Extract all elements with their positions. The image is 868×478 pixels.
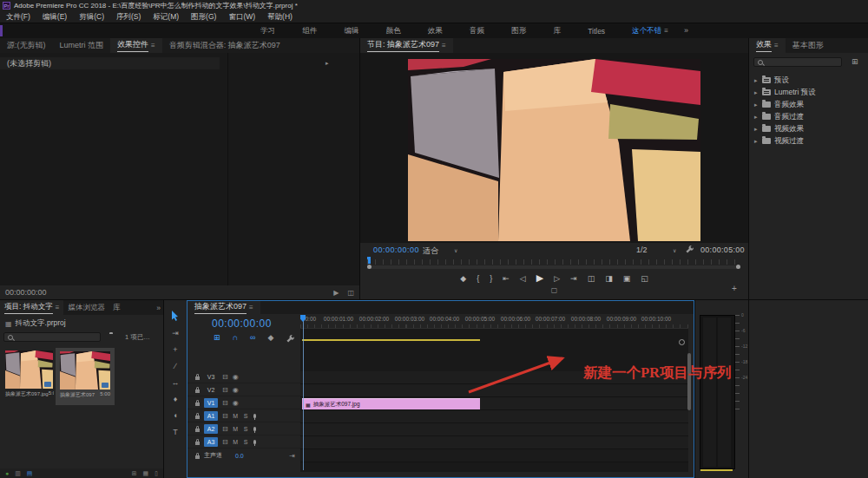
mute-button[interactable]: M — [233, 439, 239, 445]
resolution-dropdown[interactable]: 1/2 — [636, 246, 648, 254]
lock-icon[interactable] — [195, 455, 200, 459]
tab-effects[interactable]: 效果 ≡ — [749, 38, 786, 53]
workspace-overflow-button[interactable]: » — [684, 26, 688, 35]
project-search-input[interactable] — [3, 332, 101, 342]
workspace-tab-editing[interactable]: 编辑 — [344, 26, 358, 36]
lock-icon[interactable] — [195, 416, 200, 419]
track-master-lane[interactable] — [300, 449, 688, 462]
go-to-in-icon[interactable]: ⇤ — [503, 274, 510, 283]
source-assign-icon[interactable]: ⊟ — [222, 412, 228, 420]
lock-icon[interactable] — [195, 403, 200, 406]
solo-button[interactable]: S — [243, 439, 249, 445]
effects-bin-audio-effects[interactable]: ▸ 音频效果 — [749, 99, 868, 110]
track-header-v3[interactable]: V3 ⊟ ◉ — [187, 371, 300, 383]
mark-out-icon[interactable]: } — [490, 274, 492, 283]
chevron-right-icon[interactable]: ▸ — [754, 126, 759, 133]
chevron-down-icon[interactable]: ∨ — [673, 247, 676, 253]
source-assign-icon[interactable]: ⊟ — [222, 425, 228, 433]
workspace-tab-graphics[interactable]: 图形 — [511, 26, 526, 36]
extract-icon[interactable]: ◨ — [605, 274, 613, 283]
icon-view-icon[interactable]: ▤ — [27, 470, 33, 477]
workspace-tab-assembly[interactable]: 组件 — [302, 26, 317, 36]
workspace-tab-learn[interactable]: 学习 — [260, 26, 275, 36]
type-tool-icon[interactable]: T — [173, 428, 178, 436]
track-header-v2[interactable]: V2 ⊟ ◉ — [187, 384, 300, 396]
effects-bin-video-effects[interactable]: ▸ 视频效果 — [749, 123, 868, 134]
track-a2-lane[interactable] — [300, 423, 688, 436]
tab-media-browser[interactable]: 媒体浏览器 — [63, 300, 109, 315]
track-badge[interactable]: A2 — [204, 424, 218, 434]
play-around-icon[interactable]: ▶ — [333, 289, 339, 297]
settings-wrench-icon[interactable] — [685, 245, 694, 254]
pen-tool-icon[interactable]: ♦ — [174, 395, 178, 403]
hamburger-icon[interactable]: ≡ — [442, 42, 446, 49]
comparison-view-icon[interactable]: ◱ — [641, 274, 648, 283]
tab-effect-controls[interactable]: 效果控件 ≡ — [110, 38, 162, 53]
linked-selection-icon[interactable]: ∞ — [250, 333, 255, 344]
nest-toggle-icon[interactable]: ⊞ — [214, 333, 220, 344]
solo-button[interactable]: S — [243, 413, 249, 419]
chevron-right-icon[interactable]: ▸ — [754, 138, 759, 145]
work-area-bar[interactable] — [302, 339, 480, 341]
safe-margins-icon[interactable]: ▢ — [360, 286, 748, 294]
end-icon[interactable]: ⇥ — [289, 452, 295, 460]
slip-tool-icon[interactable]: ↔ — [172, 378, 180, 387]
work-area-end-handle[interactable] — [679, 339, 685, 345]
effects-bin-presets[interactable]: ▸ 预设 — [749, 75, 868, 86]
workspace-tab-color[interactable]: 颜色 — [386, 26, 401, 36]
track-header-a1[interactable]: A1 ⊟ M S — [187, 410, 300, 422]
tab-program-monitor[interactable]: 节目: 抽象派艺术097 ≡ — [360, 38, 453, 53]
chevron-right-icon[interactable]: ▸ — [754, 101, 759, 108]
track-badge[interactable]: A1 — [204, 411, 218, 421]
timeline-timecode[interactable]: 00:00:00:00 — [212, 318, 272, 330]
tab-lumetri-scopes[interactable]: Lumetri 范围 — [53, 38, 111, 53]
go-to-out-icon[interactable]: ⇥ — [570, 274, 577, 283]
track-visibility-eye-icon[interactable]: ◉ — [233, 373, 239, 381]
chevron-right-icon[interactable]: ▸ — [754, 77, 759, 84]
menu-edit[interactable]: 编辑(E) — [36, 12, 73, 23]
solo-button[interactable]: S — [243, 426, 249, 432]
playhead-line[interactable] — [303, 315, 304, 470]
add-marker-icon[interactable]: ◆ — [460, 274, 466, 283]
chevron-right-icon[interactable]: ▸ — [754, 89, 759, 96]
chevron-right-icon[interactable]: ▸ — [326, 60, 330, 67]
track-badge[interactable]: V3 — [204, 372, 218, 382]
lock-icon[interactable] — [195, 442, 200, 445]
menu-marker[interactable]: 标记(M) — [147, 12, 185, 23]
tab-essential-graphics[interactable]: 基本图形 — [786, 38, 831, 53]
timeline-settings-wrench-icon[interactable] — [286, 334, 295, 344]
menu-window[interactable]: 窗口(W) — [222, 12, 261, 23]
button-editor-add-icon[interactable]: + — [732, 284, 737, 293]
source-assign-icon[interactable]: ⊟ — [222, 373, 228, 381]
master-level-value[interactable]: 0.0 — [235, 453, 244, 459]
track-visibility-eye-icon[interactable]: ◉ — [233, 386, 239, 394]
track-select-tool-icon[interactable]: ⇥ — [172, 329, 179, 337]
ripple-edit-tool-icon[interactable]: + — [173, 345, 177, 354]
workspace-tab-effects[interactable]: 效果 — [428, 26, 443, 36]
lock-icon[interactable] — [195, 429, 200, 432]
hamburger-icon[interactable]: ≡ — [56, 304, 60, 311]
track-v2-lane[interactable] — [300, 384, 688, 397]
tab-audio-clip-mixer[interactable]: 音频剪辑混合器: 抽象派艺术097 — [162, 38, 287, 53]
menu-file[interactable]: 文件(F) — [0, 12, 36, 23]
source-assign-icon[interactable]: ⊟ — [222, 438, 228, 446]
track-header-a3[interactable]: A3 ⊟ M S — [187, 436, 300, 449]
lock-icon[interactable] — [195, 377, 200, 380]
workspace-tab-active[interactable]: 这个不错 ≡ — [632, 26, 668, 36]
scroll-handle-left[interactable] — [367, 265, 372, 269]
step-back-icon[interactable]: ◁ — [520, 274, 526, 283]
scroll-handle-right[interactable] — [736, 265, 740, 269]
tab-sequence[interactable]: 抽象派艺术097 ≡ — [187, 301, 260, 314]
voiceover-mic-icon[interactable] — [253, 440, 256, 444]
track-header-master[interactable]: 主声道 0.0 ⇥ — [187, 449, 300, 462]
effects-search-input[interactable] — [753, 57, 842, 67]
fit-dropdown[interactable]: 适合 — [423, 246, 438, 257]
tab-source-monitor[interactable]: 源:(无剪辑) — [0, 38, 53, 53]
razor-tool-icon[interactable]: ∕ — [174, 362, 176, 370]
track-badge[interactable]: V2 — [204, 385, 218, 395]
mute-button[interactable]: M — [233, 413, 239, 419]
hamburger-icon[interactable]: ≡ — [664, 27, 668, 35]
track-header-a2[interactable]: A2 ⊟ M S — [187, 423, 300, 435]
menu-help[interactable]: 帮助(H) — [261, 12, 299, 23]
workspace-tab-titles[interactable]: Titles — [588, 27, 605, 36]
